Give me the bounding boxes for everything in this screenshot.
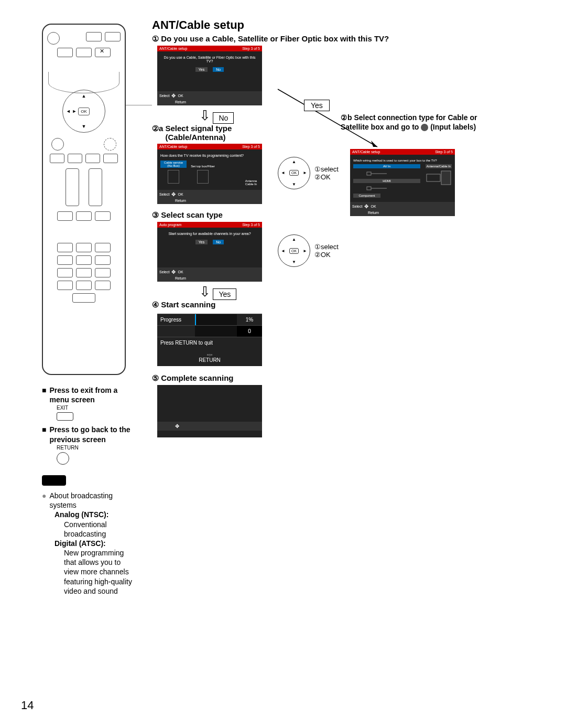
screen-2a-header: ANT/Cable setup xyxy=(159,145,187,148)
screen-2a-return: Return xyxy=(175,199,186,202)
wiring-diagram-icon xyxy=(353,170,420,177)
yes-arrow-row: ⇩ Yes xyxy=(199,284,529,300)
screen-3-yes: Yes xyxy=(195,240,208,244)
progress-percent: 1% xyxy=(237,314,262,325)
step-num-5: ⑤ xyxy=(152,373,159,383)
remote-notes: ■Press to exit from a menu screen EXIT ■… xyxy=(42,386,136,596)
tv-screen-2a: ANT/Cable setupStep 3 of 5 How does the … xyxy=(157,144,262,204)
exit-button-icon xyxy=(57,412,73,421)
screen-2b-step: Step 3 of 5 xyxy=(435,150,453,154)
dpad-ok: OK xyxy=(289,248,299,254)
step-4-text: Start scanning xyxy=(161,300,215,309)
screen-2b-opt3: HDMI xyxy=(353,179,420,183)
dpad-select-label: ①select xyxy=(314,165,339,173)
square-bullet-icon: ■ xyxy=(42,425,46,444)
return-button-label: RETURN xyxy=(57,444,136,451)
svg-rect-2 xyxy=(367,172,371,175)
tv-screen-1: ANT/Cable setupStep 3 of 5 Do you use a … xyxy=(157,46,262,105)
analog-title: Analog (NTSC): xyxy=(55,510,108,519)
screen-1-no: No xyxy=(213,67,224,72)
step-num-4: ④ xyxy=(152,300,159,309)
analog-body: Conventional broadcasting xyxy=(64,520,136,539)
yes-box-label: Yes xyxy=(213,288,236,300)
filled-circle-icon xyxy=(421,124,428,131)
screen-1-question: Do you use a Cable, Satellite or Fiber O… xyxy=(160,56,259,63)
step-3-line: ③ Select scan type xyxy=(152,210,529,220)
screen-3-step: Step 3 of 5 xyxy=(242,223,260,227)
step-num-2a: ②a xyxy=(152,124,163,133)
yes-label-box: Yes xyxy=(304,100,330,111)
screen-1-ok: OK xyxy=(178,94,183,98)
screen-3-return: Return xyxy=(175,276,186,280)
screen-2b-question: Which wiring method is used to connect y… xyxy=(353,159,452,162)
no-box-label: No xyxy=(213,112,234,124)
screen-1-return: Return xyxy=(175,100,186,104)
cursor-icon: ✥ xyxy=(171,269,176,275)
progress-bar xyxy=(195,314,237,325)
screen-1-select: Select xyxy=(159,94,169,98)
square-bullet-icon: ■ xyxy=(42,386,46,404)
screen-2b-opt2: Antenna/Cable In xyxy=(426,164,452,168)
manual-page: ✕ OK▼ ■Press to exit from a menu screen … xyxy=(0,0,566,728)
dpad-select-label: ①select xyxy=(314,243,339,251)
screen-1-step: Step 3 of 5 xyxy=(242,47,260,50)
return-icon: ◦○◦ xyxy=(207,352,213,357)
dpad-ok-label: ②OK xyxy=(314,251,339,259)
step-2b-trail: (Input labels) xyxy=(430,123,476,131)
tv-screen-5: ✥ xyxy=(157,385,262,437)
dpad-3: ▲▼◄►OK ①select②OK xyxy=(278,234,339,267)
step-2a-text: Select signal type (Cable/Antenna) xyxy=(166,124,265,142)
screen-2a-select: Select xyxy=(159,192,169,196)
screen-3-ok: OK xyxy=(178,270,183,274)
tv-rear-icon xyxy=(426,170,452,177)
return-note-title: Press to go back to the previous screen xyxy=(49,425,136,444)
down-arrow-icon: ⇩ xyxy=(199,108,211,123)
screen-3-question: Start scanning for available channels in… xyxy=(160,232,259,235)
screen-3-select: Select xyxy=(159,270,169,274)
step-3-text: Select scan type xyxy=(161,210,223,219)
step-4-line: ④ Start scanning xyxy=(152,300,529,309)
cursor-icon: ✥ xyxy=(175,423,179,429)
remote-dpad: OK▼ xyxy=(62,90,105,133)
svg-rect-6 xyxy=(441,171,451,185)
exit-button-label: EXIT xyxy=(57,404,136,411)
remote-illustration: ✕ OK▼ xyxy=(42,24,126,375)
progress-return-label: RETURN xyxy=(199,357,221,363)
exit-note-title: Press to exit from a menu screen xyxy=(49,386,136,404)
wiring-diagram-icon xyxy=(353,185,420,192)
screen-2a-question: How does the TV receive its programming … xyxy=(160,154,259,157)
step-num-2b: ②b xyxy=(341,113,352,122)
screen-2b-opt1: AV In xyxy=(353,164,420,168)
dpad-ok-label: ②OK xyxy=(314,173,339,181)
screen-1-header: ANT/Cable setup xyxy=(159,47,187,50)
progress-label: Progress xyxy=(157,314,195,325)
screen-2a-opt3: Antenna Cable In xyxy=(243,179,259,186)
digital-body: New programming that allows you to view … xyxy=(64,548,132,596)
step-1-line: ① Do you use a Cable, Satellite or Fiber… xyxy=(152,34,529,44)
progress-table: Progress1% 0 Press RETURN to quit ◦○◦RET… xyxy=(157,314,262,366)
screen-2a-step: Step 3 of 5 xyxy=(242,145,260,148)
section-title: ANT/Cable setup xyxy=(152,18,529,32)
cursor-icon: ✥ xyxy=(364,204,368,209)
remote-column: ✕ OK▼ ■Press to exit from a menu screen … xyxy=(42,24,136,596)
dpad-illustration: ▲▼◄►OK xyxy=(278,234,310,267)
dpad-labels: ①select②OK xyxy=(314,243,339,259)
screen-2b-return: Return xyxy=(368,211,379,215)
screen-1-yes: Yes xyxy=(195,67,208,72)
screen-2a-opt2: Set top box/Fiber xyxy=(190,165,216,168)
dpad-labels: ①select②OK xyxy=(314,165,339,181)
screen-2a-opt1: Cable service (No Box) xyxy=(160,160,187,168)
progress-quit: Press RETURN to quit xyxy=(157,337,216,348)
step-5-text: Complete scanning xyxy=(161,373,233,382)
tv-screen-2b: ANT/Cable setupStep 3 of 5 Which wiring … xyxy=(350,149,455,216)
svg-rect-7 xyxy=(427,174,440,181)
screen-2b-select: Select xyxy=(352,205,362,208)
cursor-icon: ✥ xyxy=(171,93,176,99)
step-2b-line: ②b Select connection type for Cable or S… xyxy=(341,113,482,132)
step-1-text: Do you use a Cable, Satellite or Fiber O… xyxy=(161,34,389,43)
note-tag xyxy=(42,475,66,486)
step-5-line: ⑤ Complete scanning xyxy=(152,373,529,383)
return-button-icon xyxy=(57,452,69,465)
bullet-dot-icon: ● xyxy=(42,491,46,510)
progress-count: 0 xyxy=(237,326,262,337)
